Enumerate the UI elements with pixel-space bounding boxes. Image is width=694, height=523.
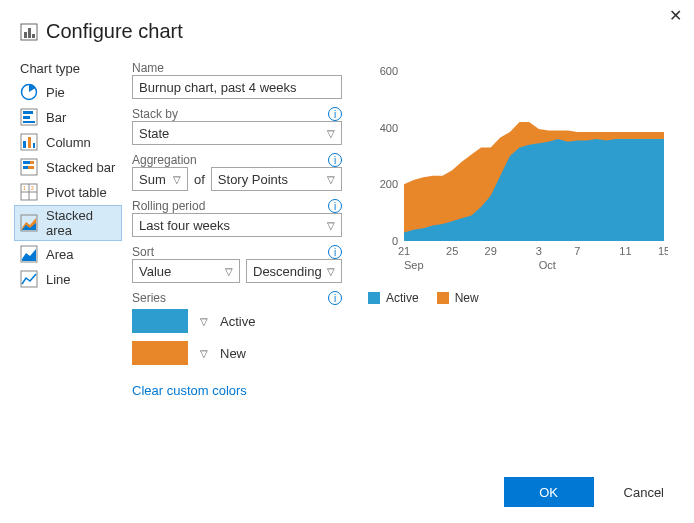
chart-type-line[interactable]: Line (14, 267, 122, 291)
aggregation-select[interactable]: Sum▽ (132, 167, 188, 191)
info-icon[interactable]: i (328, 153, 342, 167)
series-label: Series (132, 291, 166, 305)
chart-type-label: Stacked area (46, 208, 116, 238)
svg-text:400: 400 (380, 122, 398, 134)
chart-type-column[interactable]: Column (14, 130, 122, 154)
pivot-table-icon: 12 (20, 183, 38, 201)
aggregation-field-select[interactable]: Story Points▽ (211, 167, 342, 191)
pie-icon (20, 83, 38, 101)
chevron-down-icon: ▽ (173, 174, 181, 185)
chart-type-sidebar: Chart type PieBarColumnStacked bar12Pivo… (14, 61, 122, 398)
line-icon (20, 270, 38, 288)
chart-type-bar[interactable]: Bar (14, 105, 122, 129)
sort-by-select[interactable]: Value▽ (132, 259, 240, 283)
svg-text:600: 600 (380, 65, 398, 77)
ok-button[interactable]: OK (504, 477, 594, 507)
chevron-down-icon: ▽ (327, 220, 335, 231)
svg-text:25: 25 (446, 245, 458, 257)
svg-text:15: 15 (658, 245, 668, 257)
chart-type-label: Bar (46, 110, 66, 125)
chevron-down-icon: ▽ (225, 266, 233, 277)
svg-text:1: 1 (23, 185, 26, 191)
clear-colors-link[interactable]: Clear custom colors (132, 383, 342, 398)
info-icon[interactable]: i (328, 291, 342, 305)
svg-rect-16 (23, 166, 28, 169)
info-icon[interactable]: i (328, 245, 342, 259)
legend-swatch (437, 292, 449, 304)
chart-type-pie[interactable]: Pie (14, 80, 122, 104)
chevron-down-icon: ▽ (327, 128, 335, 139)
area-icon (20, 245, 38, 263)
chart-type-label: Pie (46, 85, 65, 100)
svg-rect-12 (33, 143, 35, 148)
legend-label: New (455, 291, 479, 305)
svg-rect-14 (23, 161, 30, 164)
svg-rect-6 (23, 111, 33, 114)
chevron-down-icon: ▽ (327, 174, 335, 185)
series-item: ▽New (132, 341, 342, 365)
chart-type-stacked-bar[interactable]: Stacked bar (14, 155, 122, 179)
svg-text:21: 21 (398, 245, 410, 257)
svg-text:3: 3 (536, 245, 542, 257)
chart-preview: 0200400600212529371115SepOct ActiveNew (352, 61, 674, 398)
chart-type-label: Line (46, 272, 71, 287)
name-label: Name (132, 61, 342, 75)
bar-icon (20, 108, 38, 126)
legend-label: Active (386, 291, 419, 305)
chart-type-label: Area (46, 247, 73, 262)
svg-rect-10 (23, 141, 26, 148)
dialog-title: Configure chart (46, 20, 183, 43)
svg-text:Oct: Oct (539, 259, 556, 271)
rolling-select[interactable]: Last four weeks▽ (132, 213, 342, 237)
legend-item: Active (368, 291, 419, 305)
aggregation-label: Aggregation (132, 153, 197, 167)
sort-label: Sort (132, 245, 154, 259)
info-icon[interactable]: i (328, 199, 342, 213)
close-icon[interactable]: ✕ (669, 6, 682, 25)
stacked-bar-icon (20, 158, 38, 176)
svg-rect-1 (24, 32, 27, 38)
chart-type-label: Column (46, 135, 91, 150)
legend-item: New (437, 291, 479, 305)
series-swatch[interactable] (132, 341, 188, 365)
svg-rect-25 (21, 271, 37, 287)
svg-text:11: 11 (619, 245, 631, 257)
svg-rect-3 (32, 34, 35, 38)
svg-rect-8 (23, 121, 35, 123)
chart-type-pivot-table[interactable]: 12Pivot table (14, 180, 122, 204)
chart-type-area[interactable]: Area (14, 242, 122, 266)
series-name: New (220, 346, 246, 361)
legend-swatch (368, 292, 380, 304)
chevron-down-icon: ▽ (327, 266, 335, 277)
chart-type-label: Stacked bar (46, 160, 115, 175)
svg-rect-7 (23, 116, 30, 119)
series-swatch[interactable] (132, 309, 188, 333)
fields-column: Name Burnup chart, past 4 weeks Stack by… (132, 61, 342, 398)
stackby-label: Stack by (132, 107, 178, 121)
chart-type-label: Pivot table (46, 185, 107, 200)
svg-rect-17 (28, 166, 34, 169)
svg-text:29: 29 (485, 245, 497, 257)
svg-rect-11 (28, 137, 31, 148)
rolling-label: Rolling period (132, 199, 205, 213)
of-label: of (194, 172, 205, 187)
stackby-select[interactable]: State▽ (132, 121, 342, 145)
chevron-down-icon[interactable]: ▽ (200, 316, 208, 327)
info-icon[interactable]: i (328, 107, 342, 121)
chevron-down-icon[interactable]: ▽ (200, 348, 208, 359)
svg-rect-15 (30, 161, 34, 164)
chart-logo-icon (20, 23, 38, 41)
svg-text:200: 200 (380, 178, 398, 190)
svg-text:7: 7 (574, 245, 580, 257)
stacked-area-icon (20, 214, 38, 232)
svg-text:Sep: Sep (404, 259, 424, 271)
chart-type-stacked-area[interactable]: Stacked area (14, 205, 122, 241)
column-icon (20, 133, 38, 151)
svg-text:2: 2 (31, 185, 34, 191)
svg-rect-2 (28, 28, 31, 38)
series-item: ▽Active (132, 309, 342, 333)
sort-dir-select[interactable]: Descending▽ (246, 259, 342, 283)
cancel-button[interactable]: Cancel (618, 484, 670, 501)
chart-type-label: Chart type (14, 61, 122, 76)
name-input[interactable]: Burnup chart, past 4 weeks (132, 75, 342, 99)
